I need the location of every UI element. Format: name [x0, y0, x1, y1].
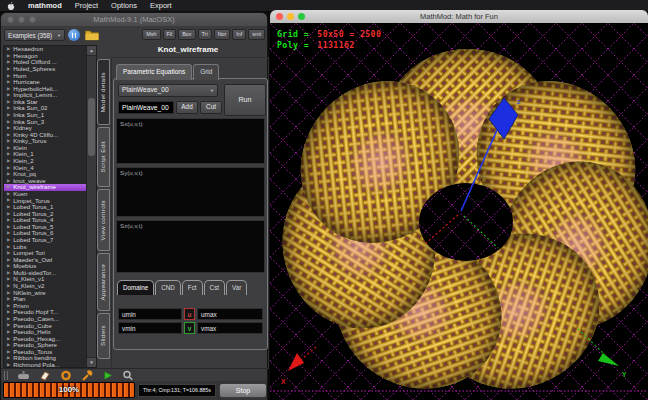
- view-button-msh[interactable]: Msh: [142, 29, 160, 40]
- list-item[interactable]: ▶Pseudo_Caten...: [4, 316, 86, 323]
- list-item[interactable]: ▶Hurricane: [4, 79, 86, 86]
- render-canvas[interactable]: X Y Z Grid = 50x50 = 2500: [270, 23, 648, 400]
- umin-field[interactable]: umin: [118, 308, 182, 320]
- expand-arrow-icon[interactable]: ▶: [7, 343, 10, 347]
- pause-button[interactable]: [68, 29, 80, 41]
- torus-button[interactable]: [60, 370, 72, 381]
- list-item[interactable]: ▶Pseudo_Sphere: [4, 342, 86, 349]
- sx-equation-area[interactable]: Sx(u,v,t): [116, 118, 265, 164]
- expand-arrow-icon[interactable]: ▶: [7, 271, 10, 275]
- expand-arrow-icon[interactable]: ▶: [7, 264, 10, 268]
- menu-item-export[interactable]: Export: [150, 2, 172, 10]
- scroll-up-button[interactable]: ▲: [87, 46, 96, 56]
- expand-arrow-icon[interactable]: ▶: [7, 106, 10, 110]
- sy-equation-area[interactable]: Sy(u,v,t): [116, 167, 265, 217]
- list-item[interactable]: ▶Holed_Spheres: [4, 66, 86, 73]
- expand-arrow-icon[interactable]: ▶: [7, 297, 10, 301]
- tab-fct[interactable]: Fct: [182, 280, 203, 295]
- tab-appearance[interactable]: Appearance: [97, 253, 110, 311]
- zoom-button[interactable]: [298, 13, 305, 20]
- close-button[interactable]: [276, 13, 283, 20]
- list-item[interactable]: ▶Horn: [4, 72, 86, 79]
- list-item[interactable]: ▶Inka Sun_3: [4, 118, 86, 125]
- expand-arrow-icon[interactable]: ▶: [7, 198, 10, 202]
- list-item[interactable]: ▶Pseudo_Torus: [4, 349, 86, 356]
- list-item[interactable]: ▶Lobed Torus_4: [4, 217, 86, 224]
- expand-arrow-icon[interactable]: ▶: [7, 113, 10, 117]
- expand-arrow-icon[interactable]: ▶: [7, 284, 10, 288]
- surface-name-input[interactable]: PlainWeave_00: [118, 101, 174, 114]
- expand-arrow-icon[interactable]: ▶: [7, 146, 10, 150]
- umax-field[interactable]: umax: [197, 308, 263, 320]
- expand-arrow-icon[interactable]: ▶: [7, 133, 10, 137]
- apple-icon[interactable]: [7, 1, 15, 11]
- tab-sliders[interactable]: Sliders: [97, 313, 110, 359]
- list-item[interactable]: ▶Klein_2: [4, 158, 86, 165]
- expand-arrow-icon[interactable]: ▶: [7, 87, 10, 91]
- expand-arrow-icon[interactable]: ▶: [7, 304, 10, 308]
- expand-arrow-icon[interactable]: ▶: [7, 258, 10, 262]
- list-item[interactable]: ▶Klein: [4, 145, 86, 152]
- run-button[interactable]: Run: [224, 84, 266, 116]
- toolbar-grip[interactable]: [4, 371, 8, 380]
- run-animation-button[interactable]: [102, 370, 113, 381]
- expand-arrow-icon[interactable]: ▶: [7, 74, 10, 78]
- expand-arrow-icon[interactable]: ▶: [7, 238, 10, 242]
- view-button-fil[interactable]: Fil: [163, 29, 177, 40]
- tab-cnd[interactable]: CND: [155, 280, 181, 295]
- expand-arrow-icon[interactable]: ▶: [7, 159, 10, 163]
- list-item[interactable]: ▶HyperbolicHeli...: [4, 85, 86, 92]
- view-button-smt[interactable]: smt: [248, 29, 265, 40]
- minimize-button[interactable]: [287, 13, 294, 20]
- sz-equation-area[interactable]: Sz(u,v,t): [116, 220, 265, 273]
- render-title-bar[interactable]: MathMod: Math for Fun: [270, 10, 648, 23]
- list-item[interactable]: ▶Pseudo_Cube: [4, 322, 86, 329]
- examples-combo[interactable]: Examples (358) ▼: [4, 29, 65, 41]
- gamepad-button[interactable]: [17, 370, 30, 381]
- list-item[interactable]: ▶N_Klein_v1: [4, 276, 86, 283]
- list-item[interactable]: ▶Lobed Torus_2: [4, 210, 86, 217]
- list-item[interactable]: ▶NKlein_wire: [4, 289, 86, 296]
- expand-arrow-icon[interactable]: ▶: [7, 166, 10, 170]
- expand-arrow-icon[interactable]: ▶: [7, 218, 10, 222]
- list-item[interactable]: ▶Lobed Torus_6: [4, 230, 86, 237]
- tab-model-details[interactable]: Model details: [97, 59, 110, 125]
- list-item[interactable]: ▶Limpet_Torus: [4, 197, 86, 204]
- view-button-nor[interactable]: Nor: [214, 29, 231, 40]
- tab-view-controls[interactable]: View controls: [97, 189, 110, 251]
- expand-arrow-icon[interactable]: ▶: [7, 172, 10, 176]
- list-item[interactable]: ▶Lobed Torus_1: [4, 204, 86, 211]
- expand-arrow-icon[interactable]: ▶: [7, 126, 10, 130]
- expand-arrow-icon[interactable]: ▶: [7, 356, 10, 360]
- list-item[interactable]: ▶Plan: [4, 296, 86, 303]
- list-item[interactable]: ▶Kinky 4D Cliffo...: [4, 132, 86, 139]
- expand-arrow-icon[interactable]: ▶: [7, 179, 10, 183]
- expand-arrow-icon[interactable]: ▶: [7, 185, 10, 189]
- expand-arrow-icon[interactable]: ▶: [7, 100, 10, 104]
- list-item[interactable]: ▶Knot_wireframe: [4, 184, 86, 191]
- list-item[interactable]: ▶Lobed Torus_5: [4, 224, 86, 231]
- vmin-field[interactable]: vmin: [118, 322, 182, 334]
- expand-arrow-icon[interactable]: ▶: [7, 363, 10, 367]
- tab-cst[interactable]: Cst: [204, 280, 225, 295]
- list-item[interactable]: ▶Lobs: [4, 243, 86, 250]
- expand-arrow-icon[interactable]: ▶: [7, 245, 10, 249]
- render-viewport[interactable]: X Y Z Grid = 50x50 = 2500: [270, 23, 648, 400]
- list-item[interactable]: ▶Inka Sun_1: [4, 112, 86, 119]
- list-item[interactable]: ▶N_Klein_v2: [4, 283, 86, 290]
- list-item[interactable]: ▶Maeder's_Owl: [4, 257, 86, 264]
- tab-script-edit[interactable]: Script Edit: [97, 127, 110, 187]
- menu-item-options[interactable]: Options: [111, 2, 137, 10]
- expand-arrow-icon[interactable]: ▶: [7, 231, 10, 235]
- list-item[interactable]: ▶Holed Clifford ...: [4, 59, 86, 66]
- list-item[interactable]: ▶knot_weave: [4, 178, 86, 185]
- tab-parametric-equations[interactable]: Parametric Equations: [116, 64, 192, 80]
- tab-grid[interactable]: Grid: [193, 64, 219, 80]
- expand-arrow-icon[interactable]: ▶: [7, 192, 10, 196]
- list-item[interactable]: ▶Kidney: [4, 125, 86, 132]
- view-button-box[interactable]: Box: [178, 29, 195, 40]
- tools-button[interactable]: [81, 370, 93, 381]
- list-item[interactable]: ▶Moebius: [4, 263, 86, 270]
- scrollbar-thumb[interactable]: [88, 98, 95, 156]
- expand-arrow-icon[interactable]: ▶: [7, 67, 10, 71]
